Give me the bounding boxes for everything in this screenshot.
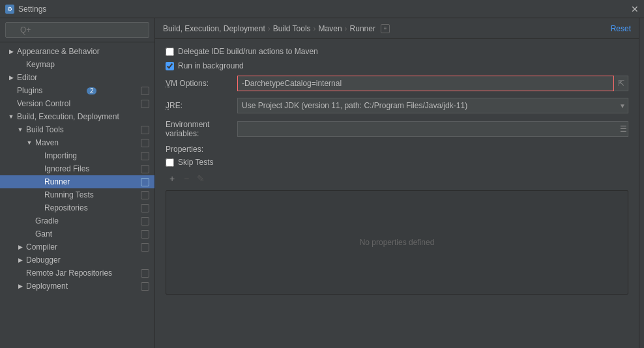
sidebar-item-gradle[interactable]: Gradle bbox=[0, 214, 154, 227]
sidebar-item-running-tests[interactable]: Running Tests bbox=[0, 188, 154, 201]
sidebar-item-debugger[interactable]: ▶ Debugger bbox=[0, 254, 154, 267]
sidebar-item-label-remote-jar: Remote Jar Repositories bbox=[26, 268, 112, 278]
jre-select[interactable]: Use Project JDK (version 11, path: C:/Pr… bbox=[237, 98, 628, 113]
tree-arrow-bt: ▼ bbox=[17, 126, 23, 133]
run-in-background-text: Run in background bbox=[178, 61, 244, 70]
jre-row: JRE: Use Project JDK (version 11, path: … bbox=[166, 98, 628, 113]
close-button[interactable]: ✕ bbox=[631, 5, 639, 14]
tree-arrow-editor: ▶ bbox=[8, 74, 14, 81]
add-property-button[interactable]: + bbox=[166, 172, 179, 185]
skip-tests-checkbox[interactable] bbox=[166, 158, 174, 167]
settings-icon: ⚙ bbox=[5, 5, 14, 14]
ignored-ext-icon bbox=[141, 165, 149, 173]
sidebar-item-maven[interactable]: ▼ Maven bbox=[0, 136, 154, 149]
sidebar: 🔍 ▶ Appearance & Behavior Keymap ▶ Ed bbox=[0, 18, 155, 348]
sidebar-item-repositories[interactable]: Repositories bbox=[0, 201, 154, 214]
sidebar-item-remote-jar[interactable]: Remote Jar Repositories bbox=[0, 267, 154, 280]
sidebar-item-label-deployment: Deployment bbox=[26, 282, 68, 291]
breadcrumb-settings-icon: ≡ bbox=[381, 24, 390, 33]
sidebar-item-ignored-files[interactable]: Ignored Files bbox=[0, 162, 154, 175]
skip-tests-label[interactable]: Skip Tests bbox=[166, 158, 213, 167]
jre-label: JRE: bbox=[166, 101, 237, 110]
sidebar-item-label-runner: Runner bbox=[44, 177, 70, 186]
title-bar: ⚙ Settings ✕ bbox=[0, 0, 644, 18]
tree-arrow-appearance: ▶ bbox=[8, 48, 14, 55]
runner-ext-icon bbox=[141, 178, 149, 186]
sidebar-item-label-compiler: Compiler bbox=[26, 242, 57, 252]
breadcrumb-item-3[interactable]: Maven bbox=[319, 24, 342, 33]
sidebar-item-build-tools[interactable]: ▼ Build Tools bbox=[0, 123, 154, 136]
sidebar-item-label-editor: Editor bbox=[17, 73, 37, 82]
vm-options-expand-button[interactable]: ⇱ bbox=[614, 76, 628, 91]
sidebar-item-gant[interactable]: Gant bbox=[0, 227, 154, 240]
sidebar-item-editor[interactable]: ▶ Editor bbox=[0, 71, 154, 84]
remote-jar-ext-icon bbox=[141, 269, 149, 278]
tree-arrow-maven: ▼ bbox=[26, 139, 33, 146]
sidebar-item-label-maven: Maven bbox=[35, 138, 59, 147]
sidebar-item-label-keymap: Keymap bbox=[26, 60, 55, 69]
sidebar-item-keymap[interactable]: Keymap bbox=[0, 58, 154, 71]
sidebar-item-label-bt: Build Tools bbox=[26, 125, 64, 134]
remove-property-button[interactable]: − bbox=[180, 172, 193, 185]
env-vars-browse-button[interactable]: ☰ bbox=[620, 124, 627, 134]
sidebar-item-label-vc: Version Control bbox=[17, 99, 70, 108]
tree-arrow-bed: ▼ bbox=[8, 113, 14, 120]
sidebar-item-build-execution-deployment[interactable]: ▼ Build, Execution, Deployment bbox=[0, 110, 154, 123]
breadcrumb-sep-1: › bbox=[268, 24, 271, 33]
main-layout: 🔍 ▶ Appearance & Behavior Keymap ▶ Ed bbox=[0, 18, 644, 348]
compiler-ext-icon bbox=[141, 243, 149, 252]
properties-label: Properties: bbox=[166, 145, 628, 154]
settings-form: Delegate IDE build/run actions to Maven … bbox=[155, 39, 639, 348]
sidebar-item-deployment[interactable]: ▶ Deployment bbox=[0, 280, 154, 293]
sidebar-item-label-repositories: Repositories bbox=[44, 203, 88, 212]
breadcrumb-bar: Build, Execution, Deployment › Build Too… bbox=[155, 18, 639, 39]
vm-options-label: VM Options: bbox=[166, 79, 237, 88]
breadcrumb-item-1[interactable]: Build, Execution, Deployment bbox=[163, 24, 265, 33]
breadcrumb-item-2[interactable]: Build Tools bbox=[273, 24, 311, 33]
env-vars-input[interactable] bbox=[237, 121, 628, 137]
breadcrumb-sep-2: › bbox=[314, 24, 316, 33]
delegate-checkbox-label[interactable]: Delegate IDE build/run actions to Maven bbox=[166, 47, 318, 56]
delegate-checkbox-text: Delegate IDE build/run actions to Maven bbox=[178, 47, 318, 56]
bt-ext-icon bbox=[141, 126, 149, 134]
sidebar-item-runner[interactable]: Runner bbox=[0, 175, 154, 188]
tree-arrow-compiler: ▶ bbox=[17, 244, 23, 250]
delegate-checkbox[interactable] bbox=[166, 48, 174, 56]
maven-ext-icon bbox=[141, 139, 149, 147]
deployment-ext-icon bbox=[141, 282, 149, 291]
properties-empty-text: No properties defined bbox=[360, 238, 435, 247]
properties-toolbar: + − ✎ bbox=[166, 172, 628, 185]
reset-button[interactable]: Reset bbox=[611, 24, 631, 33]
tree-arrow-deployment: ▶ bbox=[17, 283, 23, 289]
plugins-ext-icon bbox=[141, 87, 149, 95]
repositories-ext-icon bbox=[141, 204, 149, 212]
properties-empty-state: No properties defined bbox=[166, 190, 628, 295]
sidebar-item-label-plugins: Plugins bbox=[17, 86, 42, 95]
run-in-background-checkbox[interactable] bbox=[166, 62, 174, 70]
sidebar-item-label-debugger: Debugger bbox=[26, 255, 61, 265]
skip-tests-text: Skip Tests bbox=[178, 158, 213, 167]
sidebar-item-label-appearance: Appearance & Behavior bbox=[17, 47, 100, 56]
tree-arrow-debugger: ▶ bbox=[17, 257, 23, 263]
right-edge-bar bbox=[639, 18, 644, 348]
title-bar-left: ⚙ Settings bbox=[5, 5, 46, 14]
sidebar-item-label-running-tests: Running Tests bbox=[44, 190, 94, 199]
breadcrumb-item-4: Runner bbox=[350, 24, 375, 33]
sidebar-item-version-control[interactable]: Version Control bbox=[0, 97, 154, 110]
delegate-checkbox-row: Delegate IDE build/run actions to Maven bbox=[166, 47, 628, 56]
edit-property-button[interactable]: ✎ bbox=[194, 172, 207, 185]
sidebar-item-compiler[interactable]: ▶ Compiler bbox=[0, 240, 154, 254]
run-in-background-row: Run in background bbox=[166, 61, 628, 70]
vm-options-input[interactable] bbox=[237, 76, 614, 91]
sidebar-item-plugins[interactable]: Plugins 2 bbox=[0, 84, 154, 97]
sidebar-item-appearance[interactable]: ▶ Appearance & Behavior bbox=[0, 45, 154, 58]
run-in-background-label[interactable]: Run in background bbox=[166, 61, 244, 70]
sidebar-item-importing[interactable]: Importing bbox=[0, 149, 154, 162]
search-input[interactable] bbox=[5, 22, 149, 38]
env-vars-label: Environment variables: bbox=[166, 120, 237, 138]
sidebar-item-label-bed: Build, Execution, Deployment bbox=[17, 112, 119, 121]
breadcrumb-sep-3: › bbox=[345, 24, 347, 33]
gradle-ext-icon bbox=[141, 217, 149, 225]
vm-options-row: VM Options: ⇱ bbox=[166, 76, 628, 91]
env-vars-row: Environment variables: ☰ bbox=[166, 120, 628, 138]
